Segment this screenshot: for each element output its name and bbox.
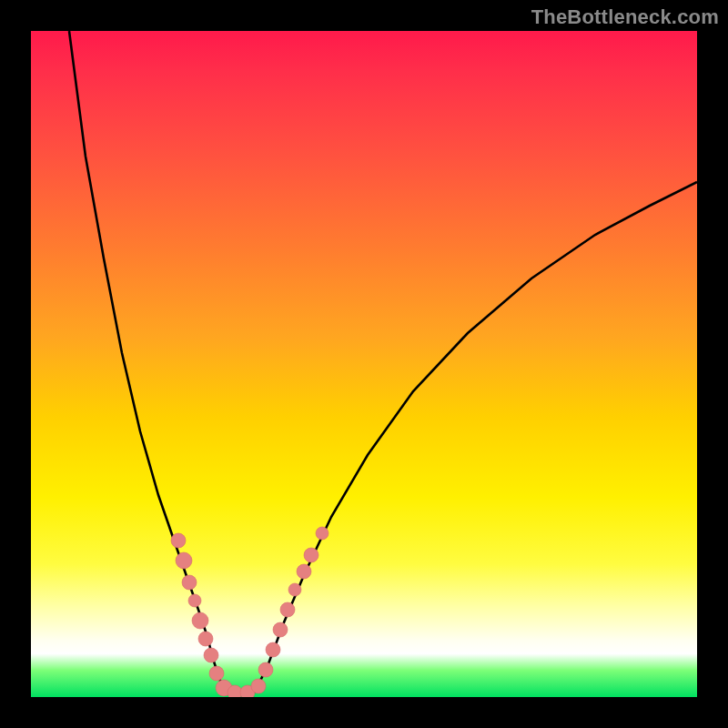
- data-marker: [204, 648, 218, 662]
- data-marker: [273, 622, 288, 637]
- data-marker: [316, 527, 329, 540]
- data-marker: [258, 662, 273, 677]
- data-marker: [182, 575, 197, 590]
- watermark-text: TheBottleneck.com: [531, 5, 719, 29]
- data-marker: [266, 642, 280, 657]
- data-markers: [171, 527, 329, 697]
- data-marker: [251, 679, 266, 693]
- data-marker: [209, 666, 224, 681]
- data-marker: [288, 583, 301, 596]
- chart-svg: [31, 31, 697, 697]
- data-marker: [176, 552, 192, 569]
- data-marker: [192, 612, 208, 629]
- data-marker: [304, 548, 318, 562]
- data-marker: [198, 632, 213, 646]
- data-marker: [297, 564, 311, 579]
- data-marker: [228, 685, 242, 697]
- data-marker: [188, 594, 201, 607]
- bottleneck-curve: [69, 31, 697, 693]
- data-marker: [280, 602, 295, 617]
- data-marker: [171, 533, 186, 548]
- chart-area: [31, 31, 697, 697]
